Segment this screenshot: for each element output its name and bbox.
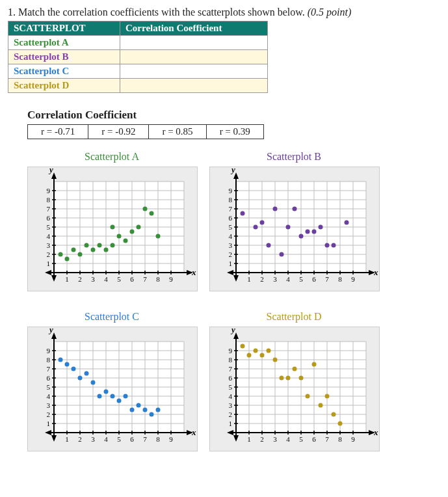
svg-point-151	[273, 207, 278, 211]
svg-point-321	[325, 394, 330, 399]
svg-text:5: 5	[117, 275, 121, 283]
svg-text:6: 6	[229, 374, 233, 382]
svg-text:x: x	[373, 267, 378, 277]
row-value-input[interactable]	[120, 79, 268, 93]
svg-text:2: 2	[260, 435, 264, 443]
svg-point-320	[319, 403, 323, 408]
svg-point-147	[241, 211, 245, 216]
svg-text:7: 7	[143, 275, 147, 283]
svg-point-76	[124, 239, 128, 243]
scatterplot-d: 112233445566778899xy	[209, 327, 380, 451]
svg-point-308	[241, 344, 245, 349]
svg-text:9: 9	[47, 347, 51, 355]
svg-text:3: 3	[47, 401, 51, 409]
svg-text:4: 4	[47, 392, 51, 400]
svg-marker-106	[227, 270, 233, 275]
svg-point-154	[293, 207, 297, 211]
svg-point-242	[156, 408, 161, 412]
coeff-option: r = -0.71	[28, 125, 88, 139]
row-label: Scatterplot D	[8, 79, 120, 93]
svg-point-309	[247, 353, 252, 358]
svg-point-231	[85, 371, 89, 376]
svg-text:1: 1	[65, 435, 69, 443]
svg-point-148	[254, 225, 258, 230]
svg-point-323	[338, 422, 343, 426]
svg-point-233	[98, 394, 102, 399]
table-row: Scatterplot C	[8, 64, 268, 79]
svg-text:8: 8	[156, 275, 160, 283]
svg-text:7: 7	[229, 365, 233, 373]
svg-point-232	[91, 381, 96, 385]
question-points: (0.5 point)	[308, 7, 352, 18]
match-table: SCATTERPLOT Correlation Coefficient Scat…	[8, 21, 268, 93]
svg-text:5: 5	[299, 275, 303, 283]
coeff-option: r = 0.85	[149, 125, 206, 139]
svg-point-159	[325, 243, 330, 248]
row-value-input[interactable]	[120, 64, 268, 79]
row-value-input[interactable]	[120, 50, 268, 64]
svg-text:6: 6	[312, 435, 316, 443]
svg-marker-26	[51, 275, 57, 282]
svg-text:8: 8	[156, 435, 160, 443]
svg-text:y: y	[48, 327, 53, 334]
svg-text:9: 9	[351, 435, 355, 443]
scatterplot-grid: Scatterplot A 112233445566778899xy Scatt…	[27, 151, 440, 451]
svg-text:5: 5	[47, 383, 51, 391]
svg-point-160	[332, 243, 336, 248]
scatterplot-a: 112233445566778899xy	[27, 167, 198, 291]
svg-point-322	[332, 412, 336, 417]
svg-text:1: 1	[65, 275, 69, 283]
svg-point-315	[286, 376, 291, 381]
coeff-option: r = 0.39	[206, 125, 263, 139]
svg-point-229	[72, 367, 76, 371]
row-value-input[interactable]	[120, 36, 268, 50]
svg-point-79	[143, 207, 148, 211]
svg-point-236	[117, 399, 122, 403]
svg-text:y: y	[48, 167, 53, 174]
svg-text:9: 9	[229, 187, 233, 195]
svg-text:7: 7	[229, 205, 233, 213]
svg-point-153	[286, 225, 291, 230]
scatterplot-cell: Scatterplot C 112233445566778899xy	[27, 311, 196, 451]
svg-marker-267	[227, 430, 233, 435]
svg-text:2: 2	[78, 435, 82, 443]
svg-point-157	[312, 230, 317, 234]
svg-text:3: 3	[229, 401, 233, 409]
svg-point-150	[267, 243, 271, 248]
svg-text:7: 7	[47, 365, 51, 373]
svg-point-310	[254, 349, 258, 353]
coeff-heading: Correlation Coefficient	[27, 109, 440, 122]
svg-point-234	[104, 390, 109, 394]
svg-point-311	[260, 353, 265, 358]
svg-text:6: 6	[47, 214, 51, 222]
svg-point-74	[111, 225, 115, 230]
svg-marker-24	[45, 270, 51, 275]
svg-text:2: 2	[47, 250, 51, 258]
svg-text:4: 4	[47, 232, 51, 240]
svg-text:4: 4	[104, 275, 108, 283]
svg-text:6: 6	[229, 214, 233, 222]
svg-text:8: 8	[229, 196, 233, 204]
svg-marker-186	[45, 430, 51, 435]
row-label: Scatterplot A	[8, 36, 120, 50]
svg-text:9: 9	[351, 275, 355, 283]
svg-text:5: 5	[117, 435, 121, 443]
row-label: Scatterplot B	[8, 50, 120, 64]
svg-text:x: x	[191, 267, 196, 277]
svg-point-158	[319, 225, 323, 230]
svg-point-77	[130, 230, 135, 234]
svg-point-316	[293, 367, 297, 371]
svg-text:8: 8	[338, 435, 342, 443]
svg-point-241	[150, 412, 154, 417]
svg-text:2: 2	[229, 410, 233, 418]
svg-point-240	[143, 408, 148, 412]
svg-point-237	[124, 394, 128, 399]
svg-text:6: 6	[130, 435, 134, 443]
svg-point-72	[104, 248, 109, 252]
svg-text:2: 2	[260, 275, 264, 283]
svg-point-235	[111, 394, 115, 399]
svg-text:1: 1	[247, 275, 251, 283]
svg-point-313	[273, 358, 278, 362]
scatterplot-b: 112233445566778899xy	[209, 167, 380, 291]
scatterplot-cell: Scatterplot B 112233445566778899xy	[209, 151, 378, 291]
